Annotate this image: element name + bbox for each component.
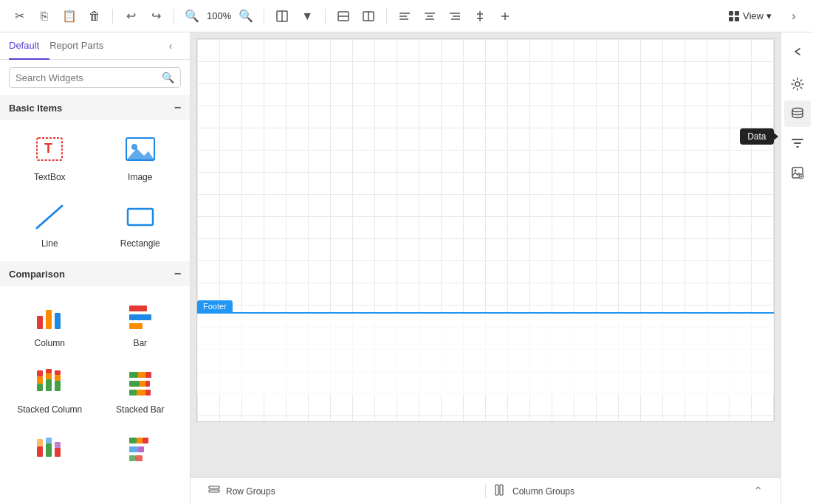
- sidebar-collapse-button[interactable]: ‹: [160, 35, 181, 56]
- zoom-level: 100%: [207, 10, 231, 21]
- svg-rect-51: [145, 381, 150, 387]
- svg-rect-22: [729, 17, 733, 21]
- align-center-icon[interactable]: [419, 6, 440, 27]
- svg-rect-71: [500, 485, 503, 495]
- copy-icon[interactable]: ⎘: [34, 6, 55, 27]
- filter-icon[interactable]: [784, 130, 811, 156]
- widget-stacked-bar[interactable]: Stacked Bar: [97, 359, 185, 422]
- svg-rect-33: [55, 313, 61, 329]
- widget-image[interactable]: Image: [97, 126, 185, 190]
- search-icon: 🔍: [162, 72, 174, 83]
- svg-rect-53: [137, 390, 145, 396]
- comparison-collapse[interactable]: −: [174, 267, 181, 280]
- svg-rect-46: [129, 372, 138, 378]
- paste-icon[interactable]: 📋: [59, 6, 80, 27]
- delete-icon[interactable]: 🗑: [84, 6, 105, 27]
- widget-stacked-column[interactable]: Stacked Column: [6, 359, 94, 422]
- cut-icon[interactable]: ✂: [9, 6, 30, 27]
- basic-items-header: Basic Items −: [0, 95, 190, 120]
- bottom-collapse-button[interactable]: ⌃: [753, 484, 763, 498]
- svg-rect-59: [55, 448, 61, 457]
- stacked-bar-label: Stacked Bar: [116, 404, 164, 416]
- comparison-header: Comparison −: [0, 261, 190, 286]
- settings-icon[interactable]: [784, 71, 811, 97]
- svg-rect-47: [138, 372, 145, 378]
- canvas-wrapper[interactable]: Footer: [191, 32, 781, 477]
- textbox-icon: T: [31, 134, 68, 168]
- footer-tag: Footer: [197, 300, 233, 312]
- column-groups-icon: [495, 484, 507, 498]
- svg-rect-32: [46, 310, 52, 329]
- align-right-icon[interactable]: [445, 6, 465, 27]
- widget-textbox[interactable]: T TextBox: [6, 126, 94, 190]
- undo-icon[interactable]: ↩: [120, 6, 141, 27]
- align-left-icon[interactable]: [394, 6, 415, 27]
- svg-rect-23: [735, 17, 739, 21]
- divider-1: [112, 9, 113, 24]
- svg-rect-30: [128, 209, 153, 225]
- left-sidebar: Default Report Parts ‹ 🔍 Basic Items −: [0, 32, 191, 504]
- divider-4: [325, 9, 326, 24]
- svg-rect-58: [46, 438, 52, 443]
- widget-line[interactable]: Line: [6, 193, 94, 256]
- image-label: Image: [128, 172, 152, 184]
- row-groups-icon: [208, 484, 220, 498]
- zoom-out-icon[interactable]: 🔍: [182, 6, 202, 27]
- svg-rect-67: [135, 455, 143, 461]
- bottom-bar: Row Groups Column Groups ⌃: [191, 477, 781, 504]
- zoom-in-icon[interactable]: 🔍: [236, 6, 256, 27]
- divider-5: [386, 9, 387, 24]
- basic-items-collapse[interactable]: −: [174, 101, 181, 114]
- widget-chart6[interactable]: [97, 424, 185, 476]
- extra-icon[interactable]: [495, 6, 515, 27]
- svg-rect-42: [46, 369, 52, 373]
- svg-rect-34: [129, 305, 147, 311]
- more-icon[interactable]: ›: [783, 6, 804, 27]
- svg-rect-61: [129, 438, 137, 443]
- tab-default[interactable]: Default: [9, 32, 49, 60]
- svg-rect-43: [55, 381, 61, 391]
- footer-bar: Footer: [197, 312, 774, 314]
- merge-icon[interactable]: [272, 6, 292, 27]
- split-icon[interactable]: ▼: [297, 6, 318, 27]
- search-input[interactable]: [16, 72, 157, 83]
- canvas-container: Footer: [196, 38, 775, 422]
- widget-column[interactable]: Column: [6, 292, 94, 356]
- svg-line-29: [37, 206, 62, 228]
- divider-2: [174, 9, 174, 24]
- svg-rect-70: [495, 485, 498, 495]
- row-groups-section: Row Groups: [199, 484, 485, 498]
- widget-rectangle[interactable]: Rectangle: [97, 193, 185, 256]
- insert-col-icon[interactable]: [358, 6, 379, 27]
- widget-bar[interactable]: Bar: [97, 292, 185, 356]
- svg-marker-28: [126, 148, 154, 160]
- svg-rect-65: [138, 446, 144, 452]
- tab-report-parts[interactable]: Report Parts: [49, 32, 114, 60]
- bar-chart-icon: [122, 300, 159, 334]
- image-icon: [122, 134, 159, 168]
- rectangle-icon: [122, 200, 159, 234]
- redo-icon[interactable]: ↪: [145, 6, 166, 27]
- widget-chart5[interactable]: [6, 424, 94, 476]
- svg-rect-21: [735, 11, 739, 15]
- svg-rect-48: [145, 372, 151, 378]
- svg-rect-69: [209, 490, 219, 492]
- insert-row-icon[interactable]: [333, 6, 354, 27]
- svg-point-73: [792, 108, 803, 112]
- svg-rect-66: [129, 455, 135, 461]
- bar-label: Bar: [133, 338, 147, 350]
- image-settings-icon[interactable]: [784, 159, 811, 186]
- svg-rect-55: [37, 446, 43, 457]
- stacked-column-label: Stacked Column: [17, 404, 82, 416]
- data-icon[interactable]: Data: [784, 100, 811, 127]
- stacked-column-icon: [31, 366, 68, 400]
- data-tooltip: Data: [740, 128, 773, 145]
- right-collapse-button[interactable]: [784, 38, 811, 65]
- svg-rect-60: [55, 442, 61, 448]
- svg-rect-50: [140, 381, 145, 387]
- svg-rect-57: [46, 443, 52, 457]
- right-sidebar: Data: [781, 32, 813, 504]
- svg-rect-35: [129, 314, 151, 320]
- vert-align-icon[interactable]: [470, 6, 490, 27]
- view-button[interactable]: View ▾: [721, 7, 779, 25]
